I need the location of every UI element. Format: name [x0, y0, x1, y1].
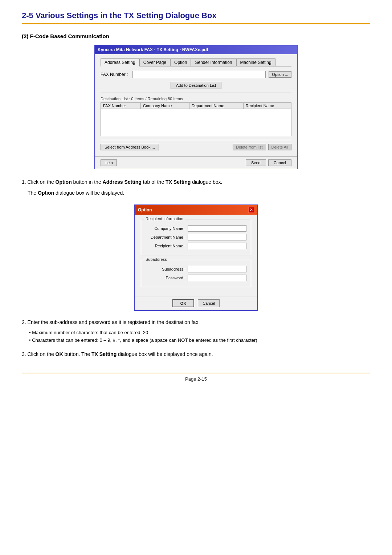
password-row: Password : — [146, 275, 246, 281]
department-name-row: Department Name : — [146, 234, 246, 240]
help-button[interactable]: Help — [101, 159, 117, 166]
tx-dialog-titlebar: Kyocera Mita Network FAX - TX Setting - … — [95, 45, 297, 54]
bottom-row: Select from Address Book ... Delete from… — [101, 144, 291, 150]
tx-dialog-body: Address Setting Cover Page Option Sender… — [95, 54, 297, 156]
company-name-input[interactable] — [188, 225, 246, 232]
tx-dialog-footer: Help Send Cancel — [95, 156, 297, 169]
col-fax-number: FAX Number — [101, 103, 141, 109]
department-name-input[interactable] — [188, 234, 246, 240]
step2-instruction: 2. Enter the sub-address and password as… — [22, 318, 370, 326]
fax-number-label: FAX Number : — [101, 72, 130, 77]
step1-tx-setting-bold: TX Setting — [166, 179, 191, 185]
step1-option-bold: Option — [56, 179, 72, 185]
subaddress-row: Subaddress : — [146, 266, 246, 272]
department-name-label: Department Name : — [146, 235, 185, 239]
bullet-item-2: Characters that can be entered: 0 – 9, #… — [29, 337, 370, 344]
step3-instruction: 3. Click on the OK button. The TX Settin… — [22, 350, 370, 358]
company-name-row: Company Name : — [146, 225, 246, 232]
password-input[interactable] — [188, 275, 246, 281]
separator2 — [101, 140, 291, 140]
recipient-name-input[interactable] — [188, 243, 246, 249]
tab-address-setting[interactable]: Address Setting — [101, 58, 139, 66]
step1-note: The Option dialogue box will be displaye… — [28, 189, 370, 197]
step1-note-option-bold: Option — [38, 190, 54, 196]
step1-address-setting-bold: Address Setting — [103, 179, 142, 185]
option-dialog-titlebar: Option ✕ — [135, 205, 257, 215]
cancel-button[interactable]: Cancel — [268, 159, 291, 166]
step1-instruction: 1. Click on the Option button in the Add… — [22, 178, 370, 186]
send-button[interactable]: Send — [246, 159, 266, 166]
subaddress-group: Subaddress Subaddress : Password : — [141, 260, 251, 287]
add-dest-row: Add to Destination List — [101, 82, 291, 89]
separator — [101, 93, 291, 93]
destination-list-info: Destination List : 0 Items / Remaining 8… — [101, 97, 291, 101]
tab-sender-information[interactable]: Sender Information — [191, 58, 236, 66]
select-from-address-book-button[interactable]: Select from Address Book ... — [101, 144, 159, 150]
option-dialog: Option ✕ Recipient Information Company N… — [134, 204, 258, 311]
step2-text: Enter the sub-address and password as it… — [28, 319, 200, 325]
recipient-name-row: Recipient Name : — [146, 243, 246, 249]
recipient-info-legend: Recipient Information — [144, 216, 185, 221]
page-title: 2-5 Various Settings in the TX Setting D… — [22, 11, 370, 24]
step2-bullet-list: Maximum number of characters that can be… — [29, 329, 370, 344]
destination-table: FAX Number Company Name Department Name … — [101, 102, 291, 109]
subaddress-input[interactable] — [188, 266, 246, 272]
password-label: Password : — [146, 276, 185, 280]
recipient-name-label: Recipient Name : — [146, 244, 185, 248]
col-company-name: Company Name — [140, 103, 189, 109]
step3-ok-bold: OK — [56, 351, 63, 357]
recipient-info-group: Recipient Information Company Name : Dep… — [141, 219, 251, 255]
option-close-button[interactable]: ✕ — [248, 207, 254, 213]
col-department-name: Department Name — [189, 103, 243, 109]
fax-number-input[interactable] — [132, 71, 266, 78]
delete-from-list-button[interactable]: Delete from list — [233, 144, 266, 150]
tab-cover-page[interactable]: Cover Page — [139, 58, 170, 66]
section-heading: (2) F-Code Based Communication — [22, 33, 370, 39]
fax-number-row: FAX Number : Option ... — [101, 71, 291, 78]
option-dialog-title: Option — [138, 207, 152, 212]
tab-option[interactable]: Option — [170, 58, 191, 66]
page-footer: Page 2-15 — [22, 373, 370, 382]
delete-all-button[interactable]: Delete All — [268, 144, 291, 150]
option-dialog-body: Recipient Information Company Name : Dep… — [135, 215, 257, 296]
ok-button[interactable]: OK — [172, 299, 195, 307]
tx-setting-dialog: Kyocera Mita Network FAX - TX Setting - … — [94, 45, 298, 169]
tab-machine-setting[interactable]: Machine Setting — [236, 58, 275, 66]
option-dialog-footer: OK Cancel — [135, 296, 257, 310]
bullet-item-1: Maximum number of characters that can be… — [29, 329, 370, 337]
delete-buttons: Delete from list Delete All — [233, 144, 291, 150]
send-cancel-group: Send Cancel — [246, 159, 291, 166]
company-name-label: Company Name : — [146, 226, 185, 231]
tab-row: Address Setting Cover Page Option Sender… — [101, 58, 291, 66]
option-cancel-button[interactable]: Cancel — [198, 299, 220, 307]
option-button[interactable]: Option ... — [269, 71, 291, 78]
col-recipient-name: Recipient Name — [243, 103, 291, 109]
step3-tx-setting-bold: TX Setting — [91, 351, 117, 357]
subaddress-label: Subaddress : — [146, 267, 185, 271]
add-to-destination-list-button[interactable]: Add to Destination List — [171, 82, 221, 89]
subaddress-legend: Subaddress — [144, 257, 168, 262]
destination-table-body — [101, 109, 291, 136]
